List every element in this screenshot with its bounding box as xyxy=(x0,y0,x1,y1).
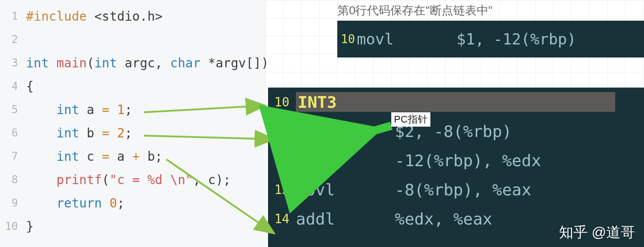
source-code: #include <stdio.h> xyxy=(26,9,162,24)
asm-row: 13movl-8(%rbp), %eax xyxy=(268,175,644,204)
source-code: return 0; xyxy=(26,196,125,211)
top-annotation: 第0行代码保存在"断点链表中" xyxy=(337,3,492,18)
source-code: int c = a + b; xyxy=(26,149,162,164)
source-lineno: 7 xyxy=(0,150,18,163)
source-line: 7 int c = a + b; xyxy=(0,145,265,168)
source-code-pane: 1#include <stdio.h>23int main(int argc, … xyxy=(0,0,265,247)
source-line: 9 return 0; xyxy=(0,191,265,215)
asm-lineno: 10 xyxy=(274,95,296,110)
source-lineno: 4 xyxy=(0,80,18,93)
int3-label: INT3 xyxy=(296,93,337,111)
asm-snippet-box: 10 movl $1, -12(%rbp) xyxy=(337,21,644,57)
pc-pointer-label: PC指针 xyxy=(391,112,430,127)
source-lineno: 9 xyxy=(0,197,18,209)
source-line: 3int main(int argc, char *argv[]) xyxy=(0,51,265,75)
source-lineno: 3 xyxy=(0,57,18,69)
source-line: 1#include <stdio.h> xyxy=(0,4,265,28)
asm-lineno: 13 xyxy=(274,182,296,197)
source-line: 5 int a = 1; xyxy=(0,98,265,121)
asm-mnemonic: movl xyxy=(296,122,395,141)
asm-snippet-mnemonic: movl xyxy=(357,30,394,48)
source-lineno: 8 xyxy=(0,173,18,186)
source-line: 8 printf("c = %d \n", c); xyxy=(0,168,265,191)
source-lineno: 1 xyxy=(0,10,18,22)
source-lineno: 5 xyxy=(0,103,18,116)
asm-mnemonic: addl xyxy=(296,210,395,228)
source-line: 2 xyxy=(0,28,265,51)
asm-lineno: 12 xyxy=(274,153,296,168)
source-code: int a = 1; xyxy=(26,102,132,117)
asm-row: 10INT3 xyxy=(268,88,644,117)
asm-mnemonic: movl xyxy=(296,151,395,170)
source-line: 4{ xyxy=(0,75,265,98)
asm-lineno: 11 xyxy=(274,124,296,139)
source-lineno: 10 xyxy=(0,220,18,233)
source-line: 6 int b = 2; xyxy=(0,121,265,145)
source-line: 10} xyxy=(0,215,265,238)
asm-lineno: 14 xyxy=(274,212,296,226)
source-code: int b = 2; xyxy=(26,126,132,141)
source-code: } xyxy=(26,219,34,234)
asm-mnemonic: movl xyxy=(296,181,395,199)
asm-snippet-args: $1, -12(%rbp) xyxy=(456,30,576,48)
source-lineno: 2 xyxy=(0,33,18,46)
asm-args: -8(%rbp), %eax xyxy=(395,181,531,199)
asm-row: 11movl$2, -8(%rbp) xyxy=(268,117,644,146)
watermark: 知乎 @道哥 xyxy=(559,223,635,243)
source-code: int main(int argc, char *argv[]) xyxy=(26,56,268,71)
source-lineno: 6 xyxy=(0,127,18,139)
asm-args: %edx, %eax xyxy=(395,210,492,228)
asm-row: 12movl-12(%rbp), %edx xyxy=(268,146,644,175)
source-code: { xyxy=(26,79,34,94)
asm-snippet-lineno: 10 xyxy=(341,32,355,46)
source-code: printf("c = %d \n", c); xyxy=(26,172,231,187)
int3-highlight xyxy=(296,92,615,112)
asm-args: -12(%rbp), %edx xyxy=(395,151,541,170)
